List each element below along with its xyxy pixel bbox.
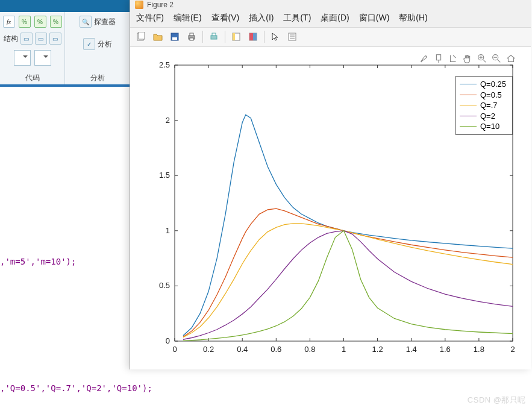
svg-rect-6 xyxy=(190,38,193,40)
percent-icon[interactable]: % xyxy=(19,16,31,28)
analyze-button-row[interactable]: ✓ 分析 xyxy=(83,38,112,50)
group-code-label: 代码 xyxy=(25,71,40,83)
new-figure-icon[interactable] xyxy=(134,30,148,44)
svg-text:1: 1 xyxy=(166,226,170,235)
svg-text:0.5: 0.5 xyxy=(159,281,170,290)
legend-line-icon xyxy=(460,95,477,95)
struct-text: 结构 xyxy=(4,34,18,44)
legend[interactable]: Q=0.25Q=0.5Q=.7Q=2Q=10 xyxy=(455,76,513,135)
svg-text:2: 2 xyxy=(510,345,515,354)
figure-titlebar[interactable]: Figure 2 xyxy=(130,0,531,10)
explorer-button[interactable]: 🔍 探查器 xyxy=(80,16,116,28)
legend-line-icon xyxy=(460,84,477,84)
legend-label: Q=10 xyxy=(480,121,499,132)
figure-toolbar xyxy=(130,27,531,47)
svg-rect-5 xyxy=(190,33,193,36)
open-icon[interactable] xyxy=(151,30,165,44)
indent-out-icon[interactable]: ▭ xyxy=(49,33,61,45)
layout-2-icon[interactable] xyxy=(246,30,260,44)
menu-help[interactable]: 帮助(H) xyxy=(399,13,427,24)
code-snip-1: ,'m=5','m=10'); xyxy=(0,257,76,266)
ribbon-group-analyze: 🔍 探查器 ✓ 分析 分析 xyxy=(65,12,130,84)
figure-menubar: 文件(F) 编辑(E) 查看(V) 插入(I) 工具(T) 桌面(D) 窗口(W… xyxy=(130,10,531,27)
svg-rect-8 xyxy=(212,33,216,36)
legend-entry[interactable]: Q=2 xyxy=(460,111,506,122)
layout-1-icon[interactable] xyxy=(229,30,243,44)
legend-line-icon xyxy=(460,126,477,127)
explorer-label: 探查器 xyxy=(94,17,116,27)
ribbon-blue-strip xyxy=(0,0,130,12)
svg-text:0: 0 xyxy=(166,336,170,345)
menu-window[interactable]: 窗口(W) xyxy=(359,13,390,24)
svg-rect-13 xyxy=(253,33,257,40)
analyze-icon: ✓ xyxy=(83,38,95,50)
legend-entry[interactable]: Q=.7 xyxy=(460,100,506,111)
print-icon[interactable] xyxy=(184,30,199,44)
svg-text:0.4: 0.4 xyxy=(237,345,248,354)
percent-x-icon[interactable]: % xyxy=(34,16,46,28)
svg-text:1.4: 1.4 xyxy=(406,345,417,354)
watermark: CSDN @那只呢 xyxy=(468,395,526,406)
svg-text:0.6: 0.6 xyxy=(271,345,281,354)
figure-canvas-area: 00.20.40.60.811.21.41.61.8200.511.522.5 … xyxy=(130,47,531,369)
svg-text:2.5: 2.5 xyxy=(159,60,170,69)
magnifier-icon: 🔍 xyxy=(80,16,92,28)
figure-window: Figure 2 文件(F) 编辑(E) 查看(V) 插入(I) 工具(T) 桌… xyxy=(130,0,531,369)
svg-rect-1 xyxy=(139,32,145,39)
menu-edit[interactable]: 编辑(E) xyxy=(174,13,202,24)
legend-line-icon xyxy=(460,116,477,116)
legend-label: Q=0.5 xyxy=(480,90,502,101)
inspect-icon[interactable] xyxy=(285,30,299,44)
svg-text:0.2: 0.2 xyxy=(203,345,214,354)
svg-text:2: 2 xyxy=(166,116,170,125)
svg-text:1.5: 1.5 xyxy=(159,171,170,180)
toolbar-sep-2 xyxy=(225,31,225,43)
menu-desktop[interactable]: 桌面(D) xyxy=(321,13,349,24)
legend-entry[interactable]: Q=0.5 xyxy=(460,90,506,101)
ribbon-group-code: fx % % % 结构 ▭ ▭ ▭ 代码 xyxy=(0,12,65,84)
code-snip-2: ,'Q=0.5','Q=.7','Q=2','Q=10'); xyxy=(0,383,152,393)
legend-label: Q=.7 xyxy=(480,100,498,111)
legend-entry[interactable]: Q=10 xyxy=(460,121,506,132)
svg-rect-7 xyxy=(211,36,217,39)
ide-blue-bar xyxy=(0,84,130,87)
edit-plot-icon[interactable] xyxy=(207,30,221,44)
svg-text:0.8: 0.8 xyxy=(304,345,315,354)
menu-insert[interactable]: 插入(I) xyxy=(249,13,274,24)
analyze-label: 分析 xyxy=(98,39,112,49)
svg-rect-3 xyxy=(172,37,177,40)
dropdown-1[interactable] xyxy=(14,50,31,66)
toolbar-sep-3 xyxy=(264,31,264,43)
legend-label: Q=2 xyxy=(480,111,495,122)
fx-icon[interactable]: fx xyxy=(3,16,15,28)
matlab-ribbon-fragment: fx % % % 结构 ▭ ▭ ▭ 代码 🔍 探查器 ✓ xyxy=(0,0,130,85)
legend-entry[interactable]: Q=0.25 xyxy=(460,79,506,90)
group-analyze-label: 分析 xyxy=(90,71,105,83)
menu-view[interactable]: 查看(V) xyxy=(211,13,240,24)
legend-line-icon xyxy=(460,105,477,105)
indent-mid-icon[interactable]: ▭ xyxy=(35,33,47,45)
menu-tools[interactable]: 工具(T) xyxy=(283,13,311,24)
legend-label: Q=0.25 xyxy=(480,79,506,90)
svg-rect-10 xyxy=(233,33,235,40)
indent-in-icon[interactable]: ▭ xyxy=(20,33,33,45)
struct-label-row: 结构 ▭ ▭ ▭ xyxy=(4,33,61,45)
svg-rect-12 xyxy=(249,33,253,40)
svg-text:1.8: 1.8 xyxy=(474,345,484,354)
save-icon[interactable] xyxy=(167,30,182,44)
svg-text:1.2: 1.2 xyxy=(372,345,383,354)
svg-text:1.6: 1.6 xyxy=(440,345,451,354)
toolbar-sep-1 xyxy=(202,31,203,43)
svg-text:0: 0 xyxy=(172,345,177,354)
figure-title: Figure 2 xyxy=(147,1,174,9)
matlab-logo-icon xyxy=(135,1,143,9)
percent-arrow-icon[interactable]: % xyxy=(50,16,62,28)
svg-text:1: 1 xyxy=(342,345,346,354)
pointer-icon[interactable] xyxy=(268,30,283,44)
menu-file[interactable]: 文件(F) xyxy=(136,13,164,24)
dropdown-2[interactable] xyxy=(34,50,51,66)
